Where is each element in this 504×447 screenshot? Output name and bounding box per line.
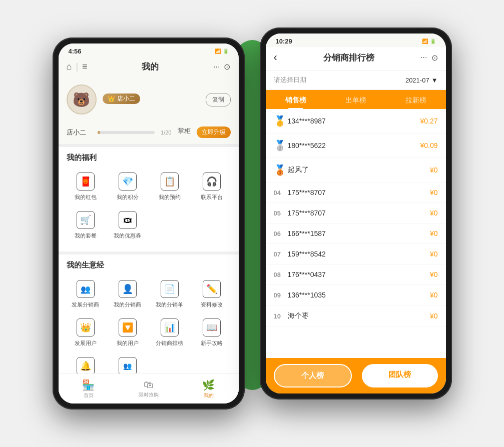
right-status-bar: 10:29 📶 🔋: [266, 34, 446, 47]
welfare-item-jifen[interactable]: 💎 我的积分: [109, 168, 147, 205]
guide-label: 新手攻略: [201, 340, 223, 347]
date-placeholder: 请选择日期: [274, 76, 306, 84]
business-item-myUser[interactable]: 🔽 我的用户: [109, 314, 147, 351]
rank-row-2[interactable]: 🥈 180****5622 ¥0.09: [266, 134, 446, 158]
yuyue-label: 我的预约: [159, 194, 181, 201]
business-item-myDistributor[interactable]: 👤 我的分销商: [109, 276, 147, 312]
business-item-edit[interactable]: ✏️ 资料修改: [193, 276, 231, 312]
welfare-grid2: 🛒 我的套餐 🎟 我的优惠券: [67, 207, 231, 244]
rank-6-num: 06: [274, 230, 288, 238]
hongbao-icon: 🧧: [77, 172, 95, 190]
business-item-guide[interactable]: 📖 新手攻略: [193, 314, 231, 351]
rank-row-1[interactable]: 🥇 134****8987 ¥0.27: [266, 109, 446, 134]
progress-section: 店小二 1/20 掌柜 立即升级: [59, 122, 239, 147]
upgrade-button[interactable]: 立即升级: [197, 126, 231, 138]
rank-row-9[interactable]: 09 136****1035 ¥0: [266, 285, 446, 306]
welfare-title: 我的福利: [67, 153, 231, 162]
user-avatar: 🐻: [67, 84, 97, 114]
progress-actions: 掌柜 立即升级: [178, 126, 231, 138]
business-item-develop[interactable]: 👥 发展分销商: [67, 276, 105, 312]
contact-icon: 🎧: [203, 172, 221, 190]
rank-1-amount: ¥0.27: [420, 117, 437, 125]
rank-2-amount: ¥0.09: [420, 142, 437, 150]
bottom-nav: 🏪 首页 🛍 限时抢购 🌿 我的: [59, 374, 239, 404]
rank-row-10[interactable]: 10 海个枣 ¥0: [266, 306, 446, 327]
business-item-myOrders[interactable]: 📄 我的分销单: [151, 276, 189, 312]
rank-7-amount: ¥0: [430, 250, 438, 258]
left-status-time: 4:56: [69, 48, 82, 55]
rank-3-medal: 🥉: [274, 164, 288, 176]
mine-nav-label: 我的: [204, 392, 214, 399]
develop-icon: 👥: [77, 280, 95, 298]
nav-item-home[interactable]: 🏪 首页: [59, 374, 119, 404]
right-header: ‹ 分销商排行榜 ··· ⊙: [266, 47, 446, 70]
home-icon[interactable]: ⌂: [67, 62, 72, 72]
rank-row-4[interactable]: 04 175****8707 ¥0: [266, 182, 446, 203]
badge-text: 店小二: [117, 94, 135, 103]
copy-button[interactable]: 复制: [206, 93, 231, 106]
notice-icon: 🔔: [77, 357, 95, 375]
left-header: ⌂ | ≡ 我的 ··· ⊙: [59, 57, 239, 78]
rank-2-medal: 🥈: [274, 140, 288, 152]
ranking-icon: 📊: [161, 318, 179, 336]
back-arrow-icon[interactable]: ‹: [274, 51, 277, 64]
rank-row-8[interactable]: 08 176****0437 ¥0: [266, 264, 446, 285]
nav-item-mine[interactable]: 🌿 我的: [179, 374, 239, 404]
rank-9-name: 136****1035: [288, 291, 430, 299]
personal-rank-button[interactable]: 个人榜: [274, 364, 352, 388]
business-item-devUser[interactable]: 👑 发展用户: [67, 314, 105, 351]
menu-icon[interactable]: ≡: [82, 62, 88, 72]
date-selector[interactable]: 请选择日期 2021-07 ▼: [266, 70, 446, 90]
business-item-ranking[interactable]: 📊 分销商排榜: [151, 314, 189, 351]
right-status-icons: 📶 🔋: [422, 38, 436, 44]
rank-6-amount: ¥0: [430, 230, 438, 238]
left-header-nav: ⌂ | ≡: [67, 62, 88, 72]
rank-3-amount: ¥0: [430, 166, 438, 174]
target-icon[interactable]: ⊙: [224, 62, 230, 72]
devUser-icon: 👑: [77, 318, 95, 336]
left-signal-icon: 📶: [215, 48, 221, 54]
date-arrow-icon: ▼: [431, 76, 438, 84]
left-battery-icon: 🔋: [223, 48, 229, 54]
business-grid2: 👑 发展用户 🔽 我的用户 📊 分销商排榜: [67, 314, 231, 351]
team-rank-button[interactable]: 团队榜: [362, 364, 438, 388]
welfare-item-hongbao[interactable]: 🧧 我的红包: [67, 168, 105, 205]
right-more-icon[interactable]: ···: [420, 53, 427, 62]
home-nav-label: 首页: [84, 392, 94, 399]
more-icon[interactable]: ···: [213, 62, 220, 72]
tab-new[interactable]: 拉新榜: [386, 90, 446, 109]
left-header-title: 我的: [142, 61, 159, 72]
rank-8-name: 176****0437: [288, 270, 430, 278]
tab-new-label: 拉新榜: [405, 96, 426, 104]
rank-row-6[interactable]: 06 166****1587 ¥0: [266, 224, 446, 244]
left-phone-screen: 4:56 📶 🔋 ⌂ | ≡ 我的 ···: [59, 44, 239, 404]
rank-4-amount: ¥0: [430, 188, 438, 196]
progress-name: 店小二: [67, 128, 92, 137]
shelf-label: 掌柜: [178, 126, 191, 138]
rank-row-3[interactable]: 🥉 起风了 ¥0: [266, 158, 446, 182]
myDistributor-label: 我的分销商: [114, 301, 141, 308]
progress-bar-wrap: [98, 131, 155, 134]
rank-row-5[interactable]: 05 175****8707 ¥0: [266, 203, 446, 224]
taocan-label: 我的套餐: [75, 232, 97, 240]
rank-8-num: 08: [274, 271, 288, 278]
right-phone-screen: 10:29 📶 🔋 ‹ 分销商排行榜 ··· ⊙: [266, 34, 446, 394]
welfare-item-coupon[interactable]: 🎟 我的优惠券: [109, 207, 147, 244]
rank-row-7[interactable]: 07 159****8542 ¥0: [266, 244, 446, 264]
right-target-icon[interactable]: ⊙: [431, 53, 438, 62]
welfare-item-contact[interactable]: 🎧 联系平台: [193, 168, 231, 205]
date-text: 2021-07: [405, 76, 429, 84]
welfare-item-yuyue[interactable]: 📋 我的预约: [151, 168, 189, 205]
welfare-item-taocan[interactable]: 🛒 我的套餐: [67, 207, 105, 244]
devUser-label: 发展用户: [75, 340, 97, 347]
left-status-icons: 📶 🔋: [215, 48, 229, 54]
edit-label: 资料修改: [201, 301, 223, 308]
tab-sales[interactable]: 销售榜: [266, 90, 326, 109]
nav-item-flash[interactable]: 🛍 限时抢购: [119, 374, 179, 404]
profile-info: 👑 店小二: [103, 94, 200, 106]
rank-6-name: 166****1587: [288, 230, 430, 238]
flash-nav-label: 限时抢购: [139, 392, 159, 398]
left-phone: 4:56 📶 🔋 ⌂ | ≡ 我的 ···: [53, 38, 245, 410]
jifen-icon: 💎: [119, 172, 137, 190]
tab-orders[interactable]: 出单榜: [326, 90, 386, 109]
